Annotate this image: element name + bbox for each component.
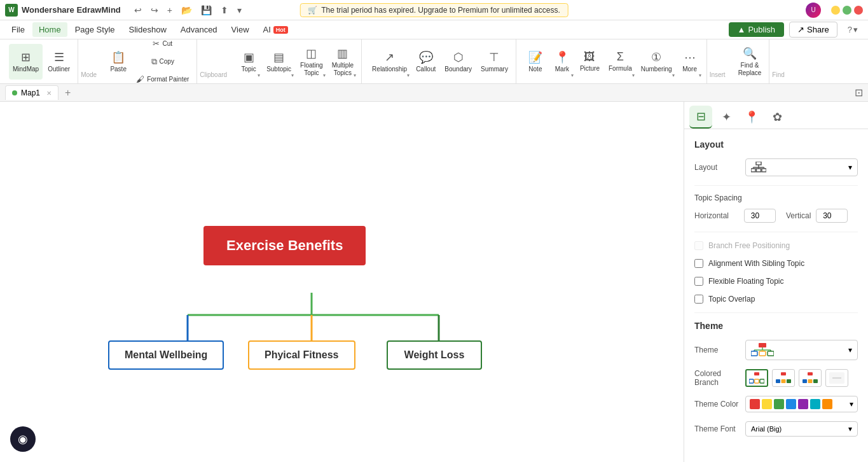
trial-banner[interactable]: 🛒 The trial period has expired. Upgrade … [300, 3, 568, 17]
callout-icon: 💬 [419, 50, 433, 64]
theme-label: Theme [694, 346, 745, 354]
layout-diagram-icon [751, 162, 766, 173]
format-painter-button[interactable]: 🖌 Format Painter [132, 72, 193, 87]
layout-tab-icon: ⊟ [696, 109, 706, 123]
new-tab-button[interactable]: + [164, 4, 176, 17]
color-orange[interactable] [822, 399, 832, 409]
open-button[interactable]: 📂 [178, 4, 195, 17]
mode-label: Mode [81, 44, 99, 80]
svg-rect-27 [781, 372, 786, 375]
clipboard-label: Clipboard [200, 44, 230, 80]
save-button[interactable]: 💾 [198, 4, 215, 17]
cut-button[interactable]: ✂ Cut [132, 36, 193, 52]
subtopic-button[interactable]: ▤ Subtopic ▾ [263, 44, 295, 80]
color-red[interactable] [750, 399, 760, 409]
branch-opt-3[interactable] [799, 369, 822, 387]
mark-button[interactable]: 📍 Mark ▾ [549, 44, 575, 80]
subtopic-weight-loss[interactable]: Weight Loss [387, 340, 482, 370]
color-purple[interactable] [798, 399, 808, 409]
flexible-floating-checkbox[interactable] [694, 277, 703, 286]
menu-ai[interactable]: AI Hot [257, 22, 294, 37]
multiple-topics-button[interactable]: ▥ MultipleTopics ▾ [328, 44, 357, 80]
color-yellow[interactable] [762, 399, 772, 409]
more-button[interactable]: ⋯ More ▾ [677, 44, 703, 80]
menu-file[interactable]: File [5, 22, 31, 37]
vertical-input[interactable] [816, 209, 848, 223]
color-green[interactable] [774, 399, 784, 409]
numbering-button[interactable]: ① Numbering ▾ [637, 44, 676, 80]
close-button[interactable] [854, 6, 863, 15]
add-tab-button[interactable]: + [61, 86, 74, 100]
theme-font-dropdown-arrow: ▾ [848, 424, 852, 433]
multiple-topics-icon: ▥ [337, 46, 348, 60]
formula-button[interactable]: Σ Formula ▾ [605, 44, 636, 80]
copy-button[interactable]: ⧉ Copy [132, 54, 193, 69]
layout-select[interactable]: ▾ [745, 158, 858, 176]
undo-button[interactable]: ↩ [131, 4, 145, 17]
branch-opt-4-icon [829, 372, 844, 384]
mindmap-button[interactable]: ⊞ MindMap [9, 44, 43, 80]
panel-tab-layout[interactable]: ⊟ [689, 106, 712, 129]
outliner-button[interactable]: ☰ Outliner [44, 44, 74, 80]
horizontal-input[interactable] [744, 209, 776, 223]
floating-topic-button[interactable]: ◫ FloatingTopic ▾ [296, 44, 327, 80]
theme-font-label: Theme Font [694, 424, 745, 433]
branch-options [745, 369, 848, 387]
subtopic-mental-wellbeing[interactable]: Mental Wellbeing [108, 340, 224, 370]
panel-tab-stickers[interactable]: 📍 [740, 106, 763, 129]
svg-rect-32 [803, 379, 807, 383]
canvas[interactable]: Exercise Benefits Mental Wellbeing Phyic… [0, 102, 684, 462]
topic-button[interactable]: ▣ Topic ▾ [236, 44, 261, 80]
redo-button[interactable]: ↪ [148, 4, 162, 17]
theme-color-select[interactable]: ▾ [745, 396, 858, 412]
tab-map1[interactable]: Map1 ✕ [5, 85, 59, 100]
topic-overlap-label: Topic Overlap [708, 295, 755, 304]
branch-opt-1[interactable] [745, 369, 768, 387]
horizontal-label: Horizontal [694, 211, 739, 220]
boundary-button[interactable]: ⬡ Boundary [441, 44, 476, 80]
branch-opt-4[interactable] [825, 369, 848, 387]
tab-close-icon[interactable]: ✕ [46, 90, 52, 97]
menu-advanced[interactable]: Advanced [174, 22, 224, 37]
alignment-checkbox[interactable] [694, 259, 703, 268]
menu-slideshow[interactable]: Slideshow [123, 22, 173, 37]
relationship-button[interactable]: ↗ Relationship ▾ [368, 44, 411, 80]
layout-section-title: Layout [694, 139, 858, 150]
maximize-button[interactable] [843, 6, 851, 15]
menu-page-style[interactable]: Page Style [69, 22, 121, 37]
avatar[interactable]: U [806, 3, 821, 18]
color-palette [750, 399, 832, 409]
minimize-button[interactable] [831, 6, 840, 15]
insert-label: Insert [710, 44, 728, 80]
fullscreen-button[interactable]: ⊡ [855, 87, 863, 99]
theme-select[interactable]: ▾ [745, 340, 858, 360]
svg-rect-33 [808, 379, 813, 383]
subtopic-physical-fitness[interactable]: Phyical Fitness [248, 340, 355, 370]
branch-free-checkbox[interactable] [694, 241, 703, 250]
panel-tab-ai[interactable]: ✦ [715, 106, 738, 129]
note-button[interactable]: 📝 Note [523, 44, 548, 80]
more-options-button[interactable]: ▾ [234, 4, 245, 17]
branch-opt-2[interactable] [772, 369, 795, 387]
share-button[interactable]: ↗ Share [789, 22, 837, 38]
chat-button[interactable]: ◉ [10, 426, 36, 452]
callout-button[interactable]: 💬 Callout [412, 44, 439, 80]
picture-button[interactable]: 🖼 Picture [576, 44, 603, 80]
color-teal[interactable] [810, 399, 820, 409]
theme-font-select[interactable]: Arial (Big) ▾ [745, 421, 858, 437]
find-replace-button[interactable]: 🔍 Find &Replace [734, 44, 766, 80]
central-topic[interactable]: Exercise Benefits [203, 226, 366, 265]
panel-tabs: ⊟ ✦ 📍 ✿ [684, 102, 868, 129]
help-button[interactable]: ? ▾ [843, 22, 863, 37]
topic-overlap-checkbox[interactable] [694, 295, 703, 304]
menu-view[interactable]: View [225, 22, 256, 37]
svg-rect-7 [757, 169, 761, 172]
menu-home[interactable]: Home [32, 22, 67, 37]
export-button[interactable]: ⬆ [217, 4, 231, 17]
panel-tab-theme-style[interactable]: ✿ [766, 106, 789, 129]
color-blue[interactable] [786, 399, 796, 409]
divider-2 [694, 232, 858, 232]
summary-button[interactable]: ⊤ Summary [477, 44, 512, 80]
paste-button[interactable]: 📋 Paste [106, 44, 131, 80]
publish-button[interactable]: ▲ Publish [729, 22, 785, 37]
